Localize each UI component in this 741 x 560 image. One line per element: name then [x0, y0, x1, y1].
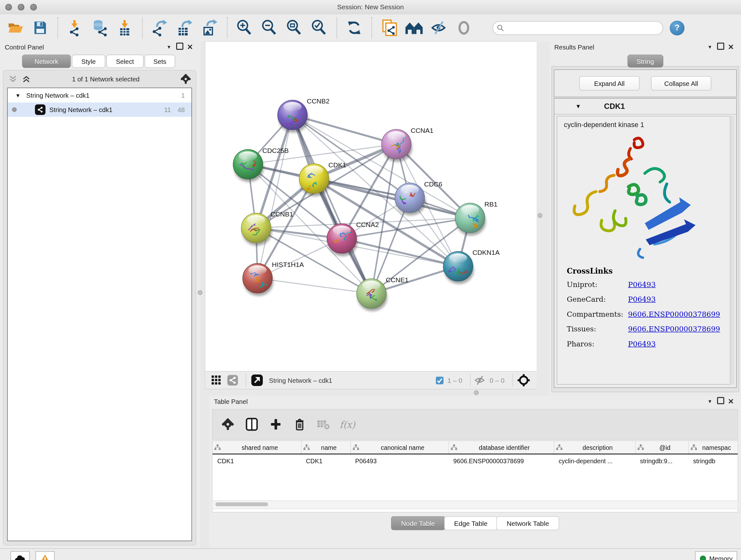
tab-string[interactable]: String	[627, 55, 663, 68]
column-header[interactable]: description	[554, 441, 635, 454]
table-row[interactable]: CDK1 CDK1 P06493 9606.ENSP00000378699 cy…	[212, 454, 738, 468]
left-splitter-handle[interactable]	[198, 290, 203, 295]
help-button[interactable]: ?	[670, 20, 685, 36]
compartments-link[interactable]: 9606.ENSP00000378699	[628, 310, 720, 319]
export-table-icon	[177, 19, 193, 37]
results-panel-float-button[interactable]: ▾	[704, 44, 715, 51]
tab-sets[interactable]: Sets	[145, 55, 175, 68]
control-panel-close-button[interactable]: ✕	[185, 43, 195, 51]
detach-view-button[interactable]	[250, 374, 264, 387]
plus-icon	[270, 418, 281, 431]
open-session-button[interactable]	[3, 17, 28, 38]
selected-checkbox-icon[interactable]	[435, 376, 444, 384]
import-network-from-database-button[interactable]	[88, 17, 113, 38]
annotation-mode-button[interactable]	[377, 17, 402, 38]
hide-selected-button[interactable]	[427, 17, 452, 38]
tab-node-table[interactable]: Node Table	[391, 516, 445, 530]
tab-network-table[interactable]: Network Table	[496, 516, 559, 530]
entry-collapse-triangle[interactable]: ▼	[576, 103, 581, 110]
scrollbar-thumb[interactable]	[215, 503, 268, 506]
import-network-button[interactable]	[63, 17, 88, 38]
memory-button[interactable]: Memory	[695, 551, 737, 560]
network-node-hist1h1a[interactable]: HIST1H1A	[243, 261, 304, 296]
zoom-selected-button[interactable]	[307, 17, 332, 38]
save-session-button[interactable]	[28, 17, 53, 38]
hidden-node-edge-count: 0 – 0	[489, 376, 504, 384]
network-node-ccnb2[interactable]: CCNB2	[278, 98, 330, 133]
add-column-button[interactable]	[268, 417, 283, 432]
refresh-view-button[interactable]	[342, 17, 367, 38]
column-header[interactable]: name	[301, 441, 351, 454]
results-scrollbar[interactable]	[731, 116, 735, 385]
collection-count: 1	[181, 91, 185, 99]
cloud-status-button[interactable]	[10, 551, 30, 560]
zoom-fit-button[interactable]	[282, 17, 307, 38]
control-panel-maximize-button[interactable]	[174, 43, 185, 51]
right-splitter-handle[interactable]	[538, 213, 542, 218]
bottom-splitter-handle[interactable]	[474, 390, 479, 395]
column-header[interactable]: database identifier	[449, 441, 554, 454]
network-node-ccna1[interactable]: CCNA1	[382, 127, 434, 162]
show-hide-graphics-button[interactable]	[402, 17, 427, 38]
warnings-button[interactable]	[36, 551, 55, 560]
collapse-all-networks-icon[interactable]	[8, 75, 18, 83]
genecard-link[interactable]: P06493	[628, 295, 656, 304]
grid-view-button[interactable]	[209, 374, 224, 387]
tab-edge-table[interactable]: Edge Table	[444, 516, 497, 530]
table-panel-float-button[interactable]: ▾	[704, 398, 715, 405]
results-panel-maximize-button[interactable]	[715, 43, 726, 51]
table-options-button[interactable]	[220, 417, 235, 432]
uniprot-link[interactable]: P06493	[628, 280, 656, 289]
export-image-button[interactable]	[197, 17, 222, 38]
zoom-fit-icon	[286, 19, 303, 37]
memory-status-dot	[699, 556, 706, 560]
delete-column-button[interactable]	[292, 417, 307, 432]
network-collection-row[interactable]: ▼ String Network – cdk1 1	[8, 88, 192, 103]
crosslink-row: Compartments: 9606.ENSP00000378699	[567, 310, 730, 319]
network-options-gear-icon[interactable]	[181, 74, 191, 84]
help-label: ?	[675, 23, 680, 33]
collapse-all-button[interactable]: Collapse All	[651, 76, 711, 91]
window-title: Session: New Session	[0, 3, 741, 10]
column-header[interactable]: @id	[635, 441, 689, 454]
expand-all-button[interactable]: Expand All	[579, 76, 639, 91]
export-table-button[interactable]	[172, 17, 197, 38]
network-node-cdc25b[interactable]: CDC25B	[233, 147, 289, 182]
network-node-cdkn1a[interactable]: CDKN1A	[443, 249, 500, 284]
tab-style[interactable]: Style	[72, 55, 105, 68]
birds-eye-view-button[interactable]	[517, 374, 531, 387]
table-panel-maximize-button[interactable]	[715, 397, 726, 406]
search-field[interactable]	[493, 21, 663, 35]
tab-network[interactable]: Network	[22, 55, 71, 68]
show-all-button[interactable]	[452, 17, 476, 38]
table-horizontal-scrollbar[interactable]	[212, 501, 738, 509]
column-header[interactable]: shared name	[212, 441, 301, 454]
entry-header[interactable]: ▼ CDK1	[554, 99, 736, 115]
shared-column-icon	[451, 444, 457, 450]
show-columns-button[interactable]	[244, 417, 259, 432]
table-panel-close-button[interactable]: ✕	[726, 397, 736, 406]
node-label: RB1	[484, 200, 497, 208]
tissues-link[interactable]: 9606.ENSP00000378699	[628, 325, 720, 333]
column-header[interactable]: namespac	[688, 441, 738, 454]
network-node-ccna2[interactable]: CCNA2	[327, 221, 379, 256]
results-panel-close-button[interactable]: ✕	[726, 43, 736, 51]
control-panel-float-button[interactable]: ▾	[164, 44, 174, 51]
network-icon	[35, 105, 46, 115]
toolbar-separator	[372, 17, 372, 38]
network-list-button[interactable]	[226, 374, 240, 387]
search-input[interactable]	[507, 23, 659, 32]
network-canvas[interactable]: CCNB2CCNA1CDC25BCDK1CDC6RB1CCNB1CCNA2CDK…	[205, 42, 537, 372]
zoom-out-button[interactable]	[257, 17, 282, 38]
network-row-selected[interactable]: String Network – cdk1 11 48	[8, 103, 192, 117]
expand-all-networks-icon[interactable]	[22, 75, 31, 83]
pharos-link[interactable]: P06493	[628, 340, 656, 348]
network-node-rb1[interactable]: RB1	[455, 200, 497, 236]
network-node-ccne1[interactable]: CCNE1	[357, 276, 409, 311]
tab-select[interactable]: Select	[106, 55, 144, 68]
column-header[interactable]: canonical name	[350, 441, 449, 454]
zoom-in-button[interactable]	[232, 17, 257, 38]
import-table-button[interactable]	[113, 17, 138, 38]
status-bar: Memory	[0, 549, 741, 560]
export-network-button[interactable]	[147, 17, 172, 38]
